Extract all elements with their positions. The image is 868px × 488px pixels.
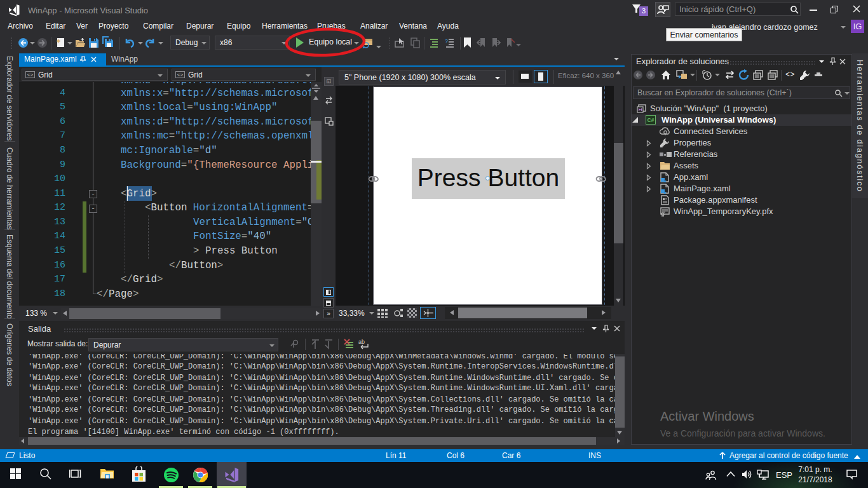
svg-text:ab: ab [358,339,365,345]
svg-text:?: ? [445,38,448,44]
